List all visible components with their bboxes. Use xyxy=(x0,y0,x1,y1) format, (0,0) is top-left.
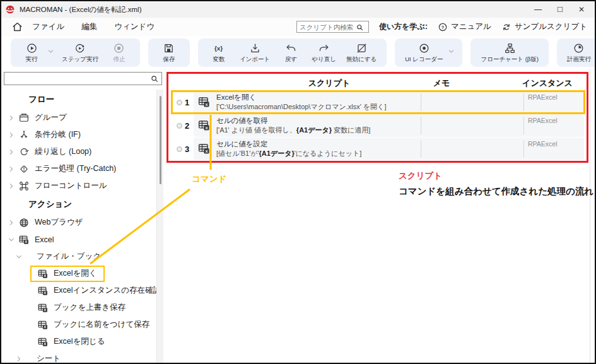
column-header-script: スクリプト xyxy=(308,78,351,89)
column-header-memo: メモ xyxy=(433,78,450,89)
sidebar-item-file-book[interactable]: ファイル・ブック xyxy=(1,248,157,265)
close-button[interactable]: ✕ xyxy=(578,6,585,13)
redo-icon xyxy=(318,42,330,54)
sidebar-item-label: ブックを上書き保存 xyxy=(54,302,126,313)
maximize-button[interactable]: ☐ xyxy=(557,6,563,13)
sidebar-item-label: Excelインスタンスの存在確認 xyxy=(54,285,157,296)
memo-column-divider xyxy=(421,93,421,111)
ui-recorder-button-label: UI レコーダー xyxy=(405,56,443,64)
row-gutter: 2 xyxy=(168,114,194,137)
row-breakpoint-radio[interactable] xyxy=(177,123,182,129)
excel-icon: X xyxy=(37,268,49,279)
undo-button[interactable]: 戻す xyxy=(276,41,305,65)
disable-icon xyxy=(356,42,368,54)
row-command-text: Excelを開く['C:\Users\macroman\Desktop\マクロマ… xyxy=(216,93,508,111)
excel-icon: X xyxy=(37,302,49,314)
redo-button-label: やり直し xyxy=(312,56,336,64)
step-run-button[interactable]: ステップ実行 xyxy=(58,41,102,65)
instance-column-divider xyxy=(523,117,524,134)
script-row[interactable]: XExcelを開く['C:\Users\macroman\Desktop\マクロ… xyxy=(168,91,587,114)
search-icon xyxy=(356,23,364,31)
sidebar-item-excel-instance-check[interactable]: XExcelインスタンスの存在確認 xyxy=(1,282,157,299)
command-detail-part: {A1データ} xyxy=(296,126,332,134)
chevron-right-icon xyxy=(8,148,15,156)
save-button-label: 保存 xyxy=(163,56,175,64)
minimize-button[interactable]: — xyxy=(534,6,542,13)
chevron-down-icon[interactable] xyxy=(47,46,54,53)
chevron-down-icon[interactable] xyxy=(448,46,455,53)
redo-button[interactable]: やり直し xyxy=(308,41,340,65)
undo-button-label: 戻す xyxy=(285,56,297,64)
menu-item-edit[interactable]: 編集 xyxy=(81,21,97,32)
sidebar-search-input[interactable] xyxy=(4,75,150,83)
sidebar-item-label: Excelを閉じる xyxy=(54,336,105,347)
sidebar-item-loop[interactable]: 繰り返し (Loop) xyxy=(1,143,157,160)
import-button-label: インポート xyxy=(240,56,270,64)
variables-button[interactable]: {x}変数 xyxy=(204,41,233,65)
scheduled-run-button-label: 計画実行 xyxy=(567,56,591,64)
question-circle-icon: ? xyxy=(438,22,448,32)
sidebar-item-label: Excelを開く xyxy=(54,268,97,279)
command-title: セルに値を設定 xyxy=(216,139,508,149)
sidebar-item-group[interactable]: グループ xyxy=(1,109,157,126)
script-row[interactable]: Xセルに値を設定[値セル'B1'が'{A1データ}'になるようにセット]RPAE… xyxy=(168,138,587,160)
sidebar-item-label: グループ xyxy=(35,112,67,123)
sidebar-item-book-save-as[interactable]: Xブックに名前をつけて保存 xyxy=(1,316,157,333)
sidebar-item-if[interactable]: 条件分岐 (IF) xyxy=(1,126,157,143)
titlebar: MACROMAN - (Excelの値を転記.xml) — ☐ ✕ xyxy=(1,1,595,18)
command-detail-part: 変数に適用] xyxy=(332,126,370,134)
sample-script-link[interactable]: サンプルスクリプト xyxy=(501,21,587,32)
menu-item-file[interactable]: ファイル xyxy=(32,21,64,32)
scheduled-run-button[interactable]: 計画実行 xyxy=(563,41,595,65)
sidebar-item-web-browser[interactable]: Webブラウザ xyxy=(1,214,157,231)
script-row[interactable]: Xセルの値を取得['A1' より値 値を取得し、{A1データ} 変数に適用]RP… xyxy=(168,114,587,137)
manual-link[interactable]: ? マニュアル xyxy=(438,21,491,32)
ui-recorder-button[interactable]: UI レコーダー xyxy=(401,41,447,65)
excel-icon: X xyxy=(197,95,211,109)
sidebar-item-label: 繰り返し (Loop) xyxy=(35,146,91,157)
instance-column-divider xyxy=(523,140,524,158)
sidebar-item-try-catch[interactable]: エラー処理 (Try-Catch) xyxy=(1,160,157,177)
run-button[interactable]: 実行 xyxy=(17,41,46,65)
sidebar-item-excel[interactable]: XExcel xyxy=(1,231,157,248)
svg-text:?: ? xyxy=(441,24,445,30)
sidebar-item-label: アクション xyxy=(28,199,72,210)
sidebar-item-excel-open[interactable]: XExcelを開く xyxy=(1,265,157,282)
save-button[interactable]: 保存 xyxy=(155,41,184,65)
sidebar-item-sheet[interactable]: シート xyxy=(1,350,157,363)
svg-text:X: X xyxy=(44,325,47,329)
disable-button[interactable]: 無効にする xyxy=(342,41,380,65)
step-run-icon xyxy=(74,42,86,54)
sidebar-item-book-overwrite-save[interactable]: Xブックを上書き保存 xyxy=(1,299,157,316)
script-row-background: Xセルの値を取得['A1' より値 値を取得し、{A1データ} 変数に適用]RP… xyxy=(194,114,584,137)
stop-button[interactable]: 停止 xyxy=(105,41,134,65)
sidebar: フローグループ条件分岐 (IF)繰り返し (Loop)エラー処理 (Try-Ca… xyxy=(1,69,165,363)
try-catch-icon xyxy=(18,163,30,175)
sidebar-item-flow-control[interactable]: フローコントロール xyxy=(1,177,157,194)
command-title: セルの値を取得 xyxy=(216,116,508,126)
row-number: 2 xyxy=(185,121,189,131)
row-breakpoint-radio[interactable] xyxy=(177,146,182,152)
disable-button-label: 無効にする xyxy=(346,56,377,64)
row-breakpoint-radio[interactable] xyxy=(177,100,182,105)
sidebar-item-label: ファイル・ブック xyxy=(37,251,101,262)
menu-item-window[interactable]: ウィンドウ xyxy=(114,21,155,32)
branch-icon xyxy=(18,129,30,141)
command-title: Excelを開く xyxy=(216,93,508,102)
memo-column-divider xyxy=(421,140,421,158)
home-icon[interactable] xyxy=(11,21,23,33)
sidebar-item-excel-close[interactable]: XExcelを閉じる xyxy=(1,333,157,350)
sidebar-scrollbar-thumb[interactable] xyxy=(160,96,161,184)
script-annotation-label: スクリプト xyxy=(399,170,442,182)
svg-text:X: X xyxy=(44,342,47,346)
flowchart-button[interactable]: フローチャート (β版) xyxy=(477,41,542,65)
instance-column-divider xyxy=(523,93,524,111)
command-detail: ['C:\Users\macroman\Desktop\マクロマン.xlsx' … xyxy=(216,102,508,111)
script-search-input[interactable] xyxy=(297,23,355,31)
globe-icon xyxy=(18,217,30,228)
script-annotation-description: コマンドを組み合わせて作成された処理の流れ xyxy=(399,185,593,197)
window-controls: — ☐ ✕ xyxy=(534,6,591,13)
chevron-right-icon xyxy=(8,131,15,139)
leaf-inner: XExcelを閉じる xyxy=(30,334,112,350)
import-button[interactable]: インポート xyxy=(236,41,274,65)
